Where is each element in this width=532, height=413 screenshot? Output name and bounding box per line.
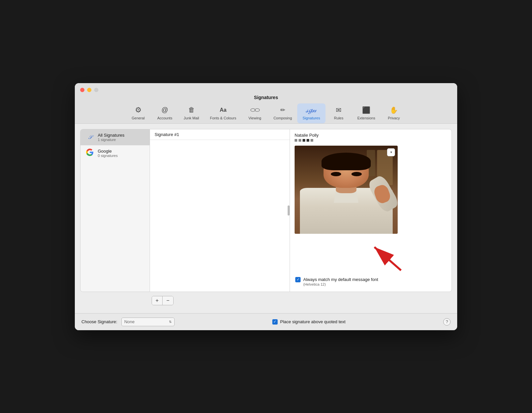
- minimize-button[interactable]: [87, 88, 91, 92]
- middle-panel: Signature #1: [150, 129, 290, 292]
- signature-image: [295, 146, 398, 234]
- signature-image-container: ▾: [295, 146, 398, 234]
- toolbar-item-viewing[interactable]: ⬭⬭ Viewing: [241, 103, 268, 123]
- main-panels: 𝒮 All Signatures 1 signature: [80, 129, 452, 292]
- toolbar: ⚙ General @ Accounts 🗑 Junk Mail Aa Font…: [80, 103, 452, 123]
- bottom-bar: Choose Signature: None ⇅ ✓ Place signatu…: [75, 313, 457, 330]
- image-dropdown-button[interactable]: ▾: [387, 148, 395, 156]
- junkmail-icon: 🗑: [188, 105, 195, 115]
- at-icon: @: [161, 105, 168, 115]
- dot1: [295, 139, 297, 142]
- google-account-item[interactable]: Google 0 signatures: [80, 145, 150, 161]
- composing-icon: ✏: [280, 105, 285, 115]
- add-remove-group: + −: [152, 296, 174, 305]
- signature-name-bar: Signature #1: [150, 129, 290, 140]
- svg-line-1: [374, 247, 401, 270]
- match-font-row: ✓ Always match my default message font: [295, 277, 446, 282]
- checkbox-area: ✓ Always match my default message font (…: [295, 277, 446, 286]
- main-window: Signatures ⚙ General @ Accounts 🗑 Junk M…: [75, 83, 457, 330]
- signature-name: Signature #1: [155, 132, 179, 137]
- titlebar: Signatures ⚙ General @ Accounts 🗑 Junk M…: [75, 83, 457, 124]
- select-arrows-icon: ⇅: [169, 320, 172, 324]
- all-signatures-icon: 𝒮: [85, 133, 94, 142]
- dot3: [303, 139, 305, 142]
- choose-signature-row: Choose Signature: None ⇅: [81, 318, 175, 326]
- google-icon: [85, 149, 94, 158]
- place-signature-checkbox[interactable]: ✓: [272, 319, 278, 325]
- add-signature-button[interactable]: +: [152, 296, 163, 305]
- google-account-count: 0 signatures: [98, 154, 118, 158]
- fonts-icon: Aa: [220, 105, 226, 115]
- font-hint: (Helvetica 12): [303, 282, 446, 286]
- dot2: [299, 139, 301, 142]
- rules-icon: ✉: [336, 105, 341, 115]
- signatures-icon: 𝓈𝓰𝓃: [306, 105, 317, 115]
- window-title: Signatures: [254, 95, 278, 100]
- place-signature-label: Place signature above quoted text: [280, 319, 346, 324]
- window-controls: [80, 88, 98, 92]
- toolbar-item-composing[interactable]: ✏ Composing: [268, 103, 297, 123]
- remove-signature-button[interactable]: −: [163, 296, 173, 305]
- close-button[interactable]: [80, 88, 84, 92]
- toolbar-item-accounts[interactable]: @ Accounts: [152, 103, 178, 123]
- viewing-icon: ⬭⬭: [250, 105, 259, 115]
- place-signature-row: ✓ Place signature above quoted text: [272, 319, 346, 325]
- toolbar-item-signatures[interactable]: 𝓈𝓰𝓃 Signatures: [297, 103, 326, 123]
- toolbar-item-general[interactable]: ⚙ General: [125, 103, 152, 123]
- dot4: [307, 139, 309, 142]
- privacy-icon: ✋: [390, 105, 398, 115]
- preview-dots: [295, 139, 447, 142]
- maximize-button[interactable]: [94, 88, 98, 92]
- choose-signature-select[interactable]: None ⇅: [121, 318, 175, 326]
- left-panel: 𝒮 All Signatures 1 signature: [80, 129, 150, 292]
- extensions-icon: ⬛: [362, 105, 370, 115]
- all-signatures-count: 1 signature: [98, 138, 124, 142]
- content-area: 𝒮 All Signatures 1 signature: [75, 124, 457, 313]
- toolbar-item-extensions[interactable]: ⬛ Extensions: [352, 103, 381, 123]
- add-remove-toolbar: + −: [80, 296, 452, 308]
- dot5: [311, 139, 313, 142]
- all-signatures-label: All Signatures: [98, 133, 124, 138]
- google-account-label: Google: [98, 149, 118, 154]
- toolbar-item-fonts[interactable]: Aa Fonts & Colours: [205, 103, 242, 123]
- match-font-checkbox[interactable]: ✓: [295, 277, 301, 282]
- toolbar-item-junkmail[interactable]: 🗑 Junk Mail: [178, 103, 205, 123]
- chevron-down-icon: ▾: [390, 150, 392, 154]
- choose-signature-label: Choose Signature:: [81, 319, 117, 324]
- right-panel: Natalie Polly: [290, 129, 452, 292]
- preview-contact-name: Natalie Polly: [295, 133, 447, 138]
- preview-header: Natalie Polly: [290, 129, 452, 144]
- choose-signature-value: None: [124, 319, 135, 324]
- match-font-label: Always match my default message font: [303, 277, 378, 282]
- toolbar-item-privacy[interactable]: ✋ Privacy: [380, 103, 407, 123]
- all-signatures-item[interactable]: 𝒮 All Signatures 1 signature: [80, 129, 150, 145]
- help-button[interactable]: ?: [443, 318, 451, 326]
- gear-icon: ⚙: [135, 105, 142, 115]
- toolbar-item-rules[interactable]: ✉ Rules: [326, 103, 352, 123]
- red-arrow-indicator: [364, 240, 404, 274]
